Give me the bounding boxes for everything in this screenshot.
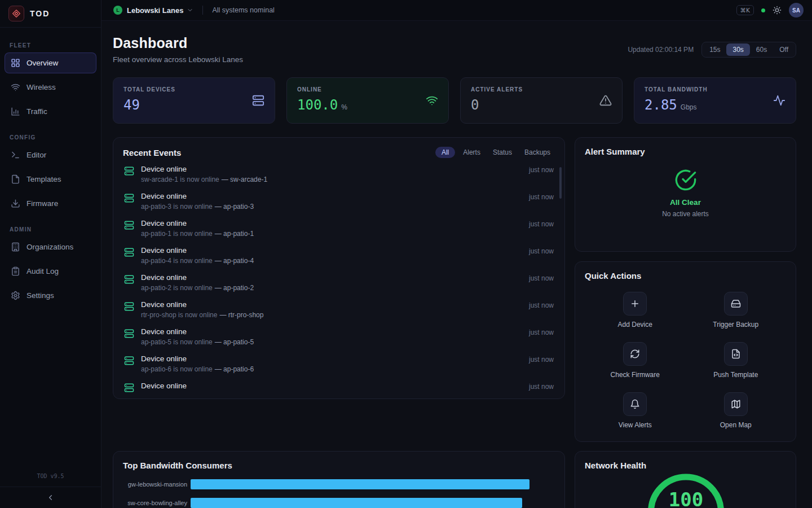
system-status-text: All systems nominal: [212, 6, 274, 14]
org-name: Lebowski Lanes: [127, 6, 183, 15]
bandwidth-rows: gw-lebowski-mansion sw-core-bowling-alle…: [123, 479, 555, 508]
refresh-interval-option[interactable]: 15s: [703, 43, 726, 56]
stat-value: 49: [123, 97, 140, 113]
alert-summary-panel: Alert Summary All Clear No active alerts: [575, 137, 796, 252]
command-palette-shortcut[interactable]: ⌘K: [736, 5, 754, 15]
stat-icon: [426, 94, 438, 107]
sidebar-item[interactable]: Overview: [5, 52, 96, 73]
sidebar-nav: FLEET Overview Wireless: [0, 28, 101, 473]
org-avatar: L: [113, 6, 122, 15]
quick-actions-panel: Quick Actions Add Device: [575, 261, 796, 442]
sidebar-item[interactable]: Firmware: [5, 193, 96, 214]
refresh-interval-option[interactable]: 60s: [750, 43, 773, 56]
quick-action-label: Push Template: [713, 371, 758, 379]
event-message: rtr-pro-shop is now online: [141, 311, 217, 319]
quick-action-button: [623, 342, 647, 366]
recent-events-title: Recent Events: [123, 148, 181, 157]
refresh-interval-option[interactable]: Off: [773, 43, 795, 56]
sidebar-item-label: Templates: [27, 175, 61, 183]
events-filter-tab[interactable]: All: [435, 147, 455, 158]
events-filter-tab[interactable]: Backups: [520, 147, 555, 158]
event-title: Device online: [141, 218, 522, 228]
sun-icon: [773, 6, 782, 15]
bandwidth-bar-track: [191, 498, 555, 508]
sidebar-item[interactable]: Wireless: [5, 77, 96, 98]
stat-unit: Gbps: [681, 103, 697, 111]
sidebar-item[interactable]: Traffic: [5, 101, 96, 122]
sidebar-item[interactable]: Settings: [5, 285, 96, 306]
quick-action[interactable]: Push Template: [686, 342, 787, 379]
alert-status-text: All Clear: [670, 198, 701, 207]
sidebar-item-icon: [11, 150, 20, 160]
event-row[interactable]: Device online ap-patio-5 is now onlineap…: [123, 323, 555, 350]
quick-action-icon: [630, 349, 640, 359]
event-subtitle: ap-patio-5 is now onlineap-patio-5: [141, 338, 522, 346]
quick-action[interactable]: Trigger Backup: [686, 292, 787, 329]
event-row[interactable]: Device online sw-arcade-1 is now onlines…: [123, 160, 555, 187]
sidebar-item[interactable]: Templates: [5, 169, 96, 190]
sidebar-item[interactable]: Editor: [5, 144, 96, 165]
events-filter-tab[interactable]: Status: [488, 147, 517, 158]
sidebar-item[interactable]: Audit Log: [5, 261, 96, 282]
event-message: sw-arcade-1 is now online: [141, 176, 219, 183]
event-time: just now: [529, 327, 554, 336]
event-device: sw-arcade-1: [222, 176, 267, 183]
quick-action-label: Add Device: [618, 321, 652, 329]
refresh-interval-control: 15s 30s 60s Off: [701, 42, 796, 58]
bandwidth-bar: [191, 498, 522, 508]
event-row[interactable]: Device online just now: [123, 377, 555, 397]
quick-action[interactable]: Open Map: [686, 392, 787, 429]
event-time: just now: [529, 381, 554, 391]
quick-action[interactable]: Check Firmware: [585, 342, 686, 379]
event-row[interactable]: Device online rtr-pro-shop is now online…: [123, 296, 555, 323]
sidebar-collapse-button[interactable]: [0, 487, 101, 508]
server-icon: [124, 383, 134, 393]
event-subtitle: ap-patio-2 is now onlineap-patio-2: [141, 284, 522, 292]
event-device: ap-patio-2: [215, 284, 254, 292]
quick-actions-grid: Add Device Trigger Backup: [585, 292, 786, 429]
event-message: ap-patio-6 is now online: [141, 365, 213, 373]
quick-actions-title: Quick Actions: [585, 271, 786, 281]
event-device: ap-patio-4: [215, 257, 254, 265]
nav-section: CONFIG Editor Templates: [0, 125, 101, 214]
events-scrollbar[interactable]: [559, 167, 562, 199]
bandwidth-row: sw-core-bowling-alley: [123, 498, 555, 508]
event-message: ap-patio-3 is now online: [141, 203, 213, 211]
stat-card: TOTAL BANDWIDTH 2.85 Gbps: [634, 77, 796, 124]
event-message: ap-patio-2 is now online: [141, 284, 213, 292]
event-row[interactable]: Device online ap-patio-6 is now onlineap…: [123, 350, 555, 377]
bandwidth-row: gw-lebowski-mansion: [123, 479, 555, 489]
event-time: just now: [529, 218, 554, 228]
nav-section-items: Organizations Audit Log Settings: [0, 237, 101, 306]
events-filter-tab[interactable]: Alerts: [458, 147, 485, 158]
page-title: Dashboard: [113, 35, 243, 51]
stat-label: ACTIVE ALERTS: [471, 86, 612, 93]
refresh-interval-option[interactable]: 30s: [726, 43, 749, 56]
sidebar-item-label: Settings: [27, 291, 54, 300]
sidebar-item-icon: [11, 266, 20, 276]
event-device: ap-patio-6: [215, 365, 254, 373]
event-device: ap-patio-5: [215, 338, 254, 346]
sidebar-item-label: Audit Log: [27, 267, 59, 275]
user-avatar[interactable]: SA: [789, 3, 804, 17]
network-health-title: Network Health: [585, 461, 786, 470]
stat-label: ONLINE: [297, 86, 438, 93]
quick-action[interactable]: Add Device: [585, 292, 686, 329]
stat-value: 100.0: [297, 97, 338, 113]
sidebar-item-icon: [11, 242, 20, 252]
event-device: ap-patio-3: [215, 203, 254, 211]
health-score: 100: [669, 488, 703, 508]
main-column: L Lebowski Lanes All systems nominal ⌘K …: [102, 0, 812, 508]
org-selector[interactable]: Lebowski Lanes: [127, 6, 193, 15]
recent-events-panel: Recent Events All Alerts Status Backups: [113, 137, 565, 399]
event-row[interactable]: Device online ap-patio-1 is now onlineap…: [123, 214, 555, 242]
theme-toggle-button[interactable]: [773, 6, 782, 15]
sidebar-item[interactable]: Organizations: [5, 237, 96, 257]
event-row[interactable]: Device online ap-patio-2 is now onlineap…: [123, 269, 555, 296]
event-time: just now: [529, 273, 554, 282]
event-row[interactable]: Device online ap-patio-3 is now onlineap…: [123, 187, 555, 214]
event-row[interactable]: Device online ap-patio-4 is now onlineap…: [123, 242, 555, 269]
event-title: Device online: [141, 273, 522, 282]
sidebar-item-label: Editor: [27, 151, 46, 159]
quick-action[interactable]: View Alerts: [585, 392, 686, 429]
